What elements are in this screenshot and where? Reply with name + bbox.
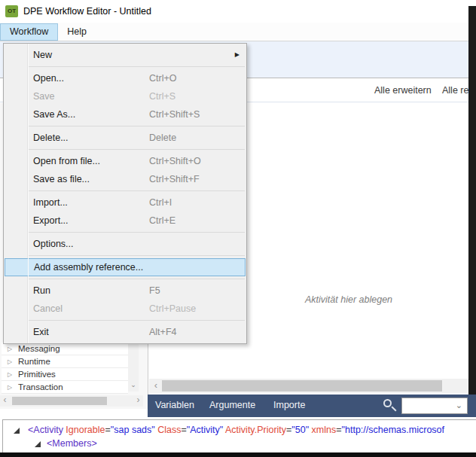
menu-item-open[interactable]: Open... Ctrl+O <box>4 69 246 87</box>
tab-argumente[interactable]: Argumente <box>209 395 255 416</box>
toolbox-hscrollbar: ‹ › <box>0 395 143 407</box>
toolbox-category-transaction[interactable]: ▷ Transaction <box>2 381 128 394</box>
zoom-combobox[interactable]: ⌄ <box>401 398 468 414</box>
xml-attr: Class <box>155 425 182 435</box>
menu-item-label: Run <box>33 285 50 296</box>
menu-item-shortcut: F5 <box>149 282 160 300</box>
menu-item-label: Delete... <box>33 133 69 143</box>
menu-item-new[interactable]: New ▶ <box>4 46 246 64</box>
menu-separator <box>29 190 245 191</box>
menu-item-shortcut: Alt+F4 <box>149 323 176 341</box>
expand-all-link[interactable]: Alle erweitern <box>374 79 432 102</box>
activity-drop-hint: Aktivität hier ablegen <box>305 294 392 305</box>
scroll-left-icon[interactable]: ‹ <box>151 379 161 393</box>
scroll-down-icon[interactable]: ⌄ <box>128 380 139 391</box>
menu-item-shortcut: Ctrl+Pause <box>149 300 196 318</box>
scroll-left-icon[interactable]: ‹ <box>0 395 10 407</box>
xaml-line: <Activity Ignorable="sap sads" Class="Ac… <box>3 425 444 435</box>
tab-importe[interactable]: Importe <box>273 395 305 416</box>
expander-icon[interactable]: ▷ <box>8 382 12 394</box>
menu-item-save-as[interactable]: Save As... Ctrl+Shift+S <box>4 105 246 123</box>
toolbox-category-label: Primitives <box>18 370 56 379</box>
toolbox-category-label: Messaging <box>18 344 60 353</box>
tab-variablen[interactable]: Variablen <box>155 395 194 416</box>
menu-item-run[interactable]: Run F5 <box>4 282 246 300</box>
menu-separator <box>29 255 245 256</box>
menu-item-import[interactable]: Import... Ctrl+I <box>4 193 246 212</box>
menu-item-label: Open... <box>33 73 64 84</box>
xml-attr: Activity.Priority <box>223 425 286 435</box>
menu-separator <box>29 232 245 233</box>
menu-item-shortcut: Ctrl+Shift+F <box>149 170 200 188</box>
expander-icon[interactable]: ▷ <box>8 369 12 381</box>
menu-item-cancel[interactable]: Cancel Ctrl+Pause <box>4 300 246 318</box>
xaml-outline-panel[interactable]: <Activity Ignorable="sap sads" Class="Ac… <box>2 419 476 452</box>
menu-item-add-assembly-reference[interactable]: Add assembly reference... <box>5 258 246 276</box>
menu-item-label: Open from file... <box>33 156 100 166</box>
menubar-item-help[interactable]: Help <box>58 23 96 41</box>
toolbox-category-messaging[interactable]: ▷ Messaging <box>2 343 128 355</box>
menu-separator <box>29 320 245 321</box>
toolbox-category-runtime[interactable]: ▷ Runtime <box>2 355 128 368</box>
xml-attr: Ignorable <box>63 425 105 435</box>
toolbox-category-primitives[interactable]: ▷ Primitives <box>2 368 128 381</box>
designer-hscrollbar-thumb[interactable] <box>162 380 442 391</box>
menu-item-label: Add assembly reference... <box>34 262 143 273</box>
screen-background-right <box>468 6 476 395</box>
menu-item-shortcut: Ctrl+E <box>149 212 175 230</box>
designer-hscrollbar: ‹ <box>149 379 468 393</box>
xml-value: "http://schemas.microsof <box>342 425 444 435</box>
menu-item-shortcut: Delete <box>149 129 176 147</box>
search-icon[interactable] <box>383 399 392 407</box>
menu-item-delete[interactable]: Delete... Delete <box>4 129 246 147</box>
menu-item-label: Save as file... <box>33 174 90 184</box>
screen-background-bottom <box>0 452 476 457</box>
menu-item-label: Exit <box>33 327 49 337</box>
chevron-down-icon: ⌄ <box>456 401 462 410</box>
xml-tag: <Members> <box>47 438 97 449</box>
xml-eq: = <box>336 425 341 435</box>
menu-item-shortcut: Ctrl+I <box>149 193 172 212</box>
menu-separator <box>29 149 245 150</box>
menu-item-label: Import... <box>33 197 68 208</box>
menubar-item-workflow[interactable]: Workflow <box>0 23 58 41</box>
menu-item-shortcut: Ctrl+O <box>149 69 176 87</box>
menu-item-save[interactable]: Save Ctrl+S <box>4 87 246 105</box>
menu-item-label: New <box>33 50 52 60</box>
xml-tag: <Activity <box>28 425 63 435</box>
toolbox-category-label: Transaction <box>18 382 63 391</box>
menu-item-shortcut: Ctrl+Shift+S <box>149 105 200 123</box>
menu-separator <box>29 279 245 279</box>
menu-item-exit[interactable]: Exit Alt+F4 <box>4 323 246 341</box>
toolbox-category-label: Runtime <box>18 357 50 366</box>
menu-item-shortcut: Ctrl+Shift+O <box>149 152 201 170</box>
menu-item-label: Save As... <box>33 109 75 120</box>
expander-icon[interactable]: ▷ <box>8 343 12 355</box>
expander-icon[interactable]: ▷ <box>8 356 12 368</box>
xaml-line: <Members> <box>3 438 97 449</box>
xml-eq: = <box>181 425 186 435</box>
xml-value: "sap sads" <box>111 425 155 435</box>
menu-separator <box>29 126 245 126</box>
window-title: DPE Workflow Editor - Untitled <box>23 0 151 23</box>
menu-item-label: Cancel <box>33 303 63 314</box>
menu-item-export[interactable]: Export... Ctrl+E <box>4 212 246 230</box>
menu-separator <box>29 66 245 67</box>
app-icon: OT <box>5 5 18 17</box>
menu-item-save-as-file[interactable]: Save as file... Ctrl+Shift+F <box>4 170 246 188</box>
scroll-right-icon[interactable]: › <box>133 395 143 407</box>
menu-item-label: Save <box>33 91 55 102</box>
designer-bottom-bar: Variablen Argumente Importe ⌄ <box>148 395 476 417</box>
xml-attr: xmlns <box>309 425 336 435</box>
workflow-dropdown-menu: New ▶ Open... Ctrl+O Save Ctrl+S Save As… <box>3 43 247 344</box>
title-bar: OT DPE Workflow Editor - Untitled <box>0 0 468 23</box>
menu-item-options[interactable]: Options... <box>4 235 246 253</box>
collapse-all-link[interactable]: Alle reduzieren <box>442 79 469 102</box>
menu-item-label: Export... <box>33 215 69 226</box>
toolbox-hscrollbar-thumb[interactable] <box>12 397 107 405</box>
submenu-arrow-icon: ▶ <box>235 46 240 64</box>
xml-value: "Activity" <box>187 425 223 435</box>
menu-item-open-from-file[interactable]: Open from file... Ctrl+Shift+O <box>4 152 246 170</box>
xml-value: "50" <box>291 425 309 435</box>
menu-item-label: Options... <box>33 239 74 249</box>
